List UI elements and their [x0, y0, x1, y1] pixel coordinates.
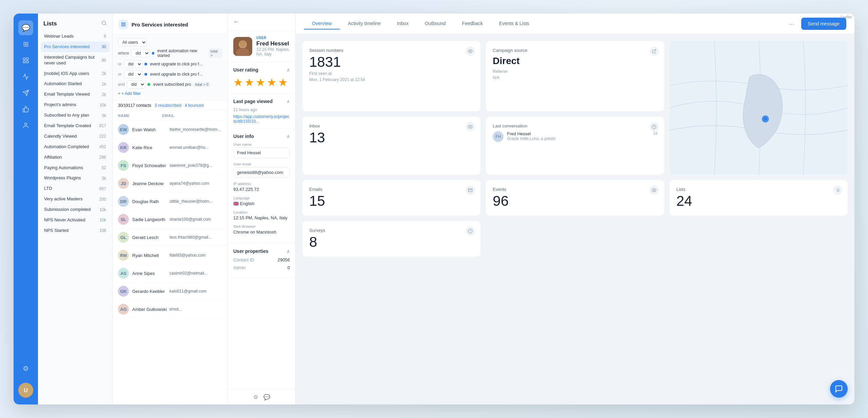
star-4: ★ [267, 76, 277, 89]
last-page-toggle[interactable]: ∧ [287, 99, 290, 104]
list-item-6[interactable]: Project's admins 10k [41, 100, 110, 110]
rating-toggle-icon[interactable]: ∧ [287, 67, 290, 73]
user-email-value[interactable]: genesis88@yahoo.com [233, 167, 290, 178]
nav-thumbsup-icon[interactable] [18, 102, 33, 117]
filter-did-select-2[interactable]: did [124, 60, 142, 68]
settings-icon-bottom[interactable]: ⚙ [253, 394, 258, 400]
stats-tab-feedback[interactable]: Feedback [454, 18, 491, 29]
contact-name-6: Gerald Lesch [132, 235, 170, 240]
svg-rect-11 [122, 23, 123, 24]
svg-point-24 [470, 126, 471, 127]
list-item-14[interactable]: LTD 857 [41, 183, 110, 194]
contact-row-9[interactable]: GK Gerardo Keebler kaio011@gmail.com [113, 282, 228, 300]
user-props-title: User properties [233, 248, 268, 254]
contact-name-1: Katie Rice [132, 145, 170, 150]
list-item-4[interactable]: Automation Started 1k [41, 79, 110, 89]
nav-send-icon[interactable] [18, 85, 33, 100]
contacts-count-sub: 3 resubscribed · 4 bounced [155, 103, 204, 108]
contact-email-3: ayana74@yahoo.com [170, 181, 222, 186]
lists-stat-icon[interactable] [833, 185, 842, 195]
filter-dot-2 [144, 63, 147, 65]
nav-chat-icon[interactable]: 💬 [18, 20, 33, 35]
list-item-0[interactable]: Webinar Leads 8 [41, 31, 110, 42]
nav-settings-icon[interactable]: ⚙ [18, 361, 33, 376]
list-item-13[interactable]: Wordpress Plugins 3k [41, 173, 110, 183]
language-value: 🇬🇧 English [233, 201, 290, 206]
list-item-10[interactable]: Automation Completed 452 [41, 142, 110, 152]
list-item-18[interactable]: NPS Started 108 [41, 225, 110, 236]
contact-row-2[interactable]: FS Floyd Schowalter saerenre_pole378@g..… [113, 157, 228, 175]
list-item-1[interactable]: Pro Services interested 30 [41, 42, 110, 52]
contact-row-0[interactable]: EW Evan Walsh lbethe_monresertle@hotmail… [113, 121, 228, 139]
send-message-button[interactable]: Send message [801, 18, 846, 30]
contact-name-2: Floyd Schowalter [132, 163, 170, 168]
location-value: 12:15 PM, Naples, NA, Italy [233, 215, 290, 220]
browser-field: Web Browser Chrome on Macintosh [233, 224, 290, 235]
session-sub1: First seen at [309, 71, 474, 76]
contact-row-5[interactable]: SL Sadie Langworth shanie100@gmail.com [113, 211, 228, 228]
contact-row-3[interactable]: JD Jeanne Deckow ayana74@yahoo.com [113, 175, 228, 193]
list-item-5[interactable]: Email Template Viewed 2k [41, 89, 110, 100]
list-item-count-17: 10k [98, 218, 106, 222]
back-button[interactable]: ← [233, 18, 239, 25]
last-page-url[interactable]: https://app.customerly.io/projects/d9/15… [233, 114, 290, 124]
stats-panel: OverviewActivity timelineInboxOutboundFe… [296, 14, 854, 404]
list-item-2[interactable]: Interested Campaigns but never used 90 [41, 52, 110, 68]
filter-did-select-3[interactable]: did [124, 70, 142, 78]
list-item-name-18: NPS Started [44, 228, 68, 234]
all-users-select[interactable]: All users [118, 38, 147, 46]
contact-row-8[interactable]: AS Anne Sipes casimir02@netmail... [113, 264, 228, 282]
add-filter-btn[interactable]: ++ Add filter [118, 91, 222, 96]
svg-rect-3 [26, 61, 28, 63]
last-page-header: Last page viewed ∧ [233, 99, 290, 104]
contact-row-7[interactable]: RM Ryan Mitchell fidel93@yahoo.com [113, 246, 228, 264]
list-item-15[interactable]: Very active Masters 200 [41, 194, 110, 204]
svg-point-19 [470, 51, 471, 52]
nav-person-icon[interactable] [18, 118, 33, 133]
contact-row-1[interactable]: KR Katie Rice emmet.umtban@ho... [113, 139, 228, 157]
stats-tab-outbound[interactable]: Outbound [417, 18, 454, 29]
events-icon[interactable] [649, 185, 659, 195]
list-item-3[interactable]: [mobile] IOS App users 2k [41, 68, 110, 79]
nav-chart-icon[interactable] [18, 69, 33, 84]
fab-chat-button[interactable] [830, 380, 848, 398]
list-item-12[interactable]: Paying Automations 52 [41, 163, 110, 173]
more-options-btn[interactable]: ··· [786, 19, 797, 29]
contact-row-10[interactable]: AG Amber Gutkowski emot... [113, 300, 228, 318]
language-field: Language 🇬🇧 English [233, 196, 290, 206]
user-props-toggle[interactable]: ∧ [287, 248, 290, 254]
list-item-name-11: Affiliation [44, 155, 62, 160]
campaign-icon[interactable] [649, 46, 659, 56]
user-info-toggle[interactable]: ∧ [287, 134, 290, 139]
contact-row-4[interactable]: DR Douglas Rath otttlie_theusler@hotm... [113, 193, 228, 211]
stats-tab-activity-timeline[interactable]: Activity timeline [340, 18, 389, 29]
user-avatar-sidebar[interactable]: U [18, 383, 33, 398]
svg-rect-2 [23, 61, 25, 63]
surveys-value: 8 [309, 234, 474, 250]
filter-row-3: or did event upgrade to click pro for fa… [118, 70, 222, 78]
stats-tab-overview[interactable]: Overview [304, 18, 340, 29]
contact-name-3: Jeanne Deckow [132, 181, 170, 186]
filter-did-select-4[interactable]: did [127, 80, 145, 88]
list-item-16[interactable]: Submisssion completed 10k [41, 204, 110, 215]
contacts-panel: Pro Services interested All users where … [113, 14, 228, 404]
user-name-value[interactable]: Fred Hessel [233, 147, 290, 158]
lists-header: Lists [38, 14, 112, 31]
list-item-7[interactable]: Subscribed to Any plan 3k [41, 110, 110, 121]
list-item-11[interactable]: Affiliation 286 [41, 152, 110, 163]
list-item-17[interactable]: NPS Never Activated 10k [41, 215, 110, 225]
nav-grid-icon[interactable]: ⊞ [18, 37, 33, 52]
chat-icon-bottom[interactable]: 💬 [263, 394, 270, 400]
list-item-8[interactable]: Email Template Created 817 [41, 121, 110, 131]
last-conv-icon[interactable] [649, 122, 659, 132]
contact-row-6[interactable]: GL Gerald Lesch less.fritachl80@gmail... [113, 228, 228, 246]
surveys-label: Surveys [309, 228, 474, 233]
col-header-email: Email [162, 114, 222, 118]
list-item-9[interactable]: Calendly Viewed 222 [41, 131, 110, 142]
filter-did-select-1[interactable]: did [131, 49, 150, 57]
list-item-name-5: Email Template Viewed [44, 92, 90, 97]
stats-tab-inbox[interactable]: Inbox [389, 18, 417, 29]
lists-search-icon[interactable] [101, 20, 107, 27]
stats-tab-events-&-lists[interactable]: Events & Lists [491, 18, 537, 29]
nav-users-icon[interactable] [18, 53, 33, 68]
